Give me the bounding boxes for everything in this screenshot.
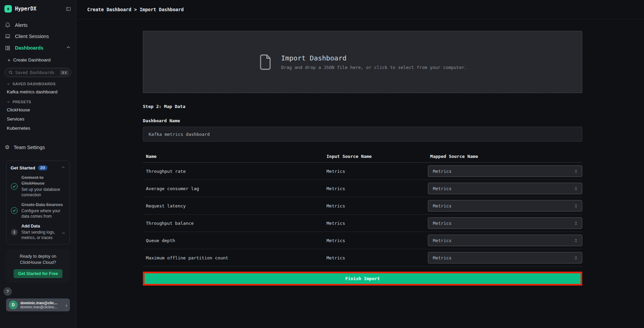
mapped-source-select[interactable]: Metrics — [428, 217, 582, 229]
dashboard-name-label: Dashboard Name — [143, 118, 582, 123]
get-started-free-button[interactable]: Get Started for Free — [14, 269, 62, 278]
get-started-title: Get Started — [11, 165, 35, 170]
chevron-selector-icon — [573, 238, 579, 243]
sidebar-item-kafka-metrics-dashboard[interactable]: Kafka metrics dashboard — [0, 87, 76, 96]
section-presets[interactable]: PRESETS — [0, 96, 76, 105]
dropzone-subtitle: Drag and drop a JSON file here, or click… — [281, 65, 467, 70]
row-input-source: Metrics — [323, 169, 427, 174]
column-header-name: Name — [143, 154, 323, 159]
mapped-source-select[interactable]: Metrics — [428, 252, 582, 263]
user-menu[interactable]: D dominic.tran@clic... dominic.tran@clic… — [6, 298, 70, 311]
step-add-data[interactable]: 3 Add Data Start sending logs, metrics, … — [11, 223, 65, 240]
nav-label: Alerts — [15, 22, 27, 28]
search-icon — [8, 70, 13, 75]
sidebar-item-clickhouse[interactable]: ClickHouse — [0, 105, 76, 114]
saved-dashboards-search-input[interactable]: Saved Dashboards ⌘K — [5, 68, 71, 77]
promo-line-2: ClickHouse Cloud? — [10, 259, 66, 266]
row-name: Throughput rate — [143, 169, 323, 174]
breadcrumb: Create Dashboard > Import Dashboard — [87, 7, 184, 12]
row-name: Queue depth — [143, 238, 323, 243]
sidebar-item-alerts[interactable]: Alerts — [0, 19, 76, 31]
main-area: Create Dashboard > Import Dashboard Impo… — [76, 0, 644, 328]
step-subtitle: Configure where your data comes from — [21, 208, 65, 219]
sidebar-nav: Alerts Client Sessions Dashboards — [0, 19, 76, 54]
search-placeholder: Saved Dashboards — [15, 70, 57, 75]
chevron-up-icon[interactable] — [61, 165, 65, 170]
dashboards-grid-icon — [5, 45, 11, 51]
sidebar-item-client-sessions[interactable]: Client Sessions — [0, 31, 76, 42]
table-row: Maximum offline partition count Metrics … — [143, 249, 582, 267]
row-input-source: Metrics — [323, 221, 427, 226]
sidebar-item-services[interactable]: Services — [0, 114, 76, 124]
nav-label: Dashboards — [15, 45, 43, 51]
help-button[interactable]: ? — [3, 287, 12, 296]
step-subtitle: Set up your database connection — [21, 187, 65, 198]
check-circle-icon — [11, 207, 18, 214]
table-header-row: Name Input Source Name Mapped Source Nam… — [143, 150, 582, 163]
sidebar-item-dashboards[interactable]: Dashboards — [0, 42, 76, 54]
chevron-selector-icon — [573, 203, 579, 208]
mapped-source-select[interactable]: Metrics — [428, 183, 582, 194]
create-dashboard-label: Create Dashboard — [13, 57, 51, 62]
sidebar-item-kubernetes[interactable]: Kubernetes — [0, 124, 76, 133]
step-title: Add Data — [21, 223, 57, 229]
table-row: Average consumer lag Metrics Metrics — [143, 180, 582, 197]
step-connect-clickhouse[interactable]: Connect to ClickHouse Set up your databa… — [11, 175, 65, 198]
table-row: Throughput rate Metrics Metrics — [143, 163, 582, 180]
chevron-selector-icon — [573, 255, 579, 260]
search-shortcut-badge: ⌘K — [60, 70, 69, 75]
mapped-source-select[interactable]: Metrics — [428, 165, 582, 177]
chevron-selector-icon — [573, 169, 579, 174]
highlight-annotation-box: Finish Import — [143, 272, 582, 286]
user-email: dominic.tran@clickho... — [20, 305, 63, 309]
chevron-down-icon — [7, 82, 10, 86]
bell-icon — [5, 22, 11, 28]
get-started-progress-badge: 2/3 — [38, 165, 48, 170]
step-subtitle: Start sending logs, metrics, or traces — [21, 230, 57, 240]
arrow-right-icon: → — [61, 230, 65, 235]
row-input-source: Metrics — [323, 238, 427, 243]
table-row: Request latency Metrics Metrics — [143, 197, 582, 215]
chevron-down-icon — [7, 100, 10, 104]
column-header-input-source: Input Source Name — [323, 154, 427, 159]
finish-import-button[interactable]: Finish Import — [145, 273, 581, 284]
clickhouse-cloud-promo: Ready to deploy on ClickHouse Cloud? Get… — [6, 249, 70, 283]
topbar: Create Dashboard > Import Dashboard — [76, 0, 644, 19]
section-saved-dashboards[interactable]: SAVED DASHBOARDS — [0, 78, 76, 87]
chevron-right-icon: › — [65, 302, 67, 308]
sidebar-item-team-settings[interactable]: ⚙ Team Settings — [0, 142, 76, 153]
step-2-heading: Step 2: Map Data — [143, 104, 582, 109]
row-name: Maximum offline partition count — [143, 255, 323, 260]
create-dashboard-button[interactable]: + Create Dashboard — [0, 54, 76, 66]
file-icon — [258, 54, 272, 71]
dashboard-name-input[interactable] — [143, 127, 582, 142]
import-dropzone[interactable]: Import Dashboard Drag and drop a JSON fi… — [143, 31, 582, 93]
step-create-data-sources[interactable]: Create Data Sources Configure where your… — [11, 202, 65, 219]
table-row: Throughput balance Metrics Metrics — [143, 215, 582, 232]
sidebar-collapse-icon[interactable] — [65, 6, 71, 12]
mapped-source-select[interactable]: Metrics — [428, 235, 582, 246]
row-name: Throughput balance — [143, 221, 323, 226]
chevron-up-icon — [65, 44, 71, 51]
row-input-source: Metrics — [323, 203, 427, 208]
hyperdx-logo-icon — [4, 5, 12, 13]
table-row: Queue depth Metrics Metrics — [143, 232, 582, 249]
dropzone-title: Import Dashboard — [281, 54, 467, 62]
get-started-card: Get Started 2/3 Connect to ClickHouse Se… — [6, 161, 70, 244]
column-header-mapped-source: Mapped Source Name — [427, 154, 582, 159]
mapping-table: Name Input Source Name Mapped Source Nam… — [143, 150, 582, 267]
chevron-selector-icon — [573, 186, 579, 191]
promo-line-1: Ready to deploy on — [10, 253, 66, 260]
laptop-icon — [5, 33, 11, 39]
check-circle-icon — [11, 183, 18, 190]
avatar: D — [9, 300, 18, 309]
app-title: HyperDX — [15, 6, 65, 12]
step-number-badge: 3 — [11, 229, 18, 236]
plus-icon: + — [7, 57, 11, 63]
mapped-source-select[interactable]: Metrics — [428, 200, 582, 212]
select-value: Metrics — [433, 255, 452, 260]
step-title: Connect to ClickHouse — [21, 175, 65, 186]
user-name: dominic.tran@clic... — [20, 301, 63, 305]
team-settings-label: Team Settings — [14, 145, 45, 150]
sidebar: HyperDX Alerts Client Sessions Dashboard… — [0, 0, 76, 328]
